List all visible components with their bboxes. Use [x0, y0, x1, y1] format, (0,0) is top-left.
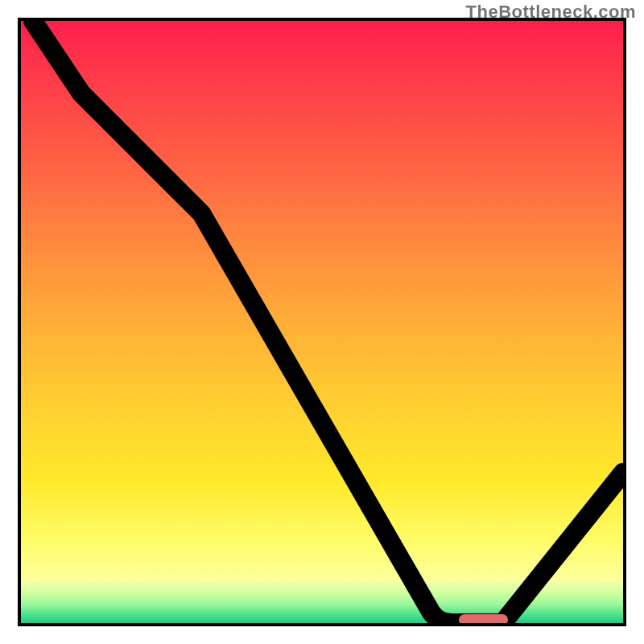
- sweet-spot-marker: [459, 614, 507, 625]
- curve-svg: [21, 21, 623, 623]
- bottleneck-curve-path: [33, 21, 623, 623]
- bottleneck-chart: TheBottleneck.com: [0, 0, 644, 644]
- plot-area: [18, 18, 626, 626]
